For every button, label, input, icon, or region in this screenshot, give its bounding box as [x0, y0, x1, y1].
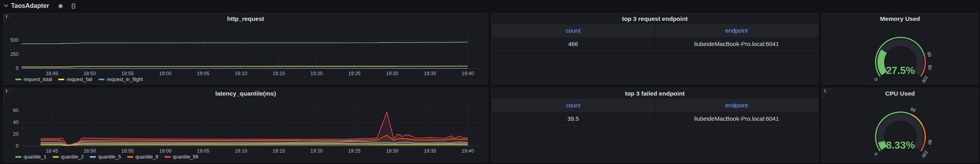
table-header-count[interactable]: count: [492, 99, 655, 112]
gauge-threshold-label: 80: [926, 52, 932, 57]
x-axis-tick-label: 19:35: [424, 148, 436, 154]
panel-title[interactable]: top 3 request endpoint: [492, 13, 818, 24]
panel-title[interactable]: top 3 failed endpoint: [492, 88, 818, 98]
panel-cpu-used: i CPU Used 060901008.33%: [822, 88, 978, 162]
dashboard: TaosAdapter i http_request 18:4518:5018:…: [0, 0, 980, 164]
legend-swatch: [98, 79, 104, 80]
gauge-threshold-label: 0: [873, 77, 879, 82]
legend-item-quantile_9[interactable]: quantile_9: [127, 154, 158, 160]
latency-quantile-chart[interactable]: 18:4518:5018:5519:0019:0519:1019:1519:20…: [4, 98, 488, 155]
table-cell: liubeideMacBook-Pro.local:6041: [655, 37, 818, 50]
gauge-value: 27.5%: [886, 64, 915, 76]
y-axis-tick-label: 0: [16, 66, 19, 71]
legend-item-quantile_1[interactable]: quantile_1: [15, 154, 46, 160]
x-axis-tick-label: 19:00: [159, 148, 171, 154]
dashboard-row-header: TaosAdapter: [0, 0, 76, 12]
x-axis-tick-label: 18:55: [121, 71, 134, 76]
legend-label: quantile_99: [173, 154, 199, 160]
legend-swatch: [58, 79, 64, 80]
y-axis-tick-label: 40: [13, 120, 19, 125]
memory-used-gauge: 0809010027.5%: [822, 24, 979, 84]
cpu-used-gauge: 060901008.33%: [822, 98, 979, 162]
trash-icon[interactable]: [71, 3, 76, 9]
gauge-threshold-label: 90: [927, 64, 933, 70]
x-axis-tick-label: 19:10: [235, 148, 247, 154]
request-endpoint-table: countendpoint466liubeideMacBook-Pro.loca…: [492, 24, 818, 51]
x-axis-tick-label: 19:30: [386, 71, 398, 76]
table-cell: 466: [492, 37, 655, 50]
table-row: 466liubeideMacBook-Pro.local:6041: [492, 37, 818, 51]
legend-label: quantile_2: [61, 154, 84, 160]
panel-title[interactable]: latency_quantile(ms): [4, 88, 488, 98]
legend-swatch: [15, 156, 21, 158]
row-title[interactable]: TaosAdapter: [11, 2, 49, 9]
table-header-row: countendpoint: [492, 99, 818, 112]
chevron-down-icon[interactable]: [4, 4, 8, 7]
legend-label: quantile_9: [135, 154, 158, 160]
latency-quantile-legend: quantile_1quantile_2quantile_5quantile_9…: [15, 154, 198, 160]
x-axis-tick-label: 18:50: [84, 71, 96, 76]
legend-swatch: [127, 156, 133, 158]
table-header-count[interactable]: count: [492, 24, 655, 37]
table-row: 39.5liubeideMacBook-Pro.local:6041: [492, 112, 818, 125]
y-axis-tick-label: 60: [13, 108, 19, 113]
x-axis-tick-label: 18:55: [121, 148, 134, 154]
gauge-threshold-label: 100: [921, 149, 929, 158]
x-axis-tick-label: 19:35: [424, 71, 436, 76]
gauge-value: 8.33%: [886, 139, 915, 151]
gauge-threshold-label: 90: [927, 139, 933, 145]
x-axis-tick-label: 19:40: [462, 148, 474, 154]
http-request-chart[interactable]: 18:4518:5018:5519:0019:0519:1019:1519:20…: [4, 24, 488, 77]
legend-swatch: [90, 156, 96, 158]
legend-swatch: [165, 156, 171, 158]
legend-label: request_total: [24, 77, 52, 82]
legend-label: quantile_1: [24, 154, 46, 160]
table-header-endpoint[interactable]: endpoint: [655, 99, 818, 112]
x-axis-tick-label: 19:05: [197, 71, 209, 76]
legend-item-quantile_5[interactable]: quantile_5: [90, 154, 121, 160]
series-request_fail: [22, 66, 468, 67]
x-axis-tick-label: 19:15: [273, 71, 285, 76]
legend-item-request_total[interactable]: request_total: [15, 77, 52, 82]
x-axis-tick-label: 19:20: [310, 148, 323, 154]
gear-icon[interactable]: [57, 3, 63, 9]
panel-latency-quantile: i latency_quantile(ms) 18:4518:5018:5519…: [3, 88, 488, 162]
panel-title[interactable]: CPU Used: [822, 88, 978, 98]
y-axis-tick-label: 0: [16, 143, 19, 149]
table-header-endpoint[interactable]: endpoint: [655, 24, 818, 37]
x-axis-tick-label: 19:10: [235, 71, 247, 76]
panel-title[interactable]: Memory Used: [822, 13, 978, 24]
x-axis-tick-label: 19:05: [197, 148, 209, 154]
y-axis-tick-label: 500: [10, 37, 19, 43]
legend-item-request_in_flight[interactable]: request_in_flight: [98, 77, 143, 82]
x-axis-tick-label: 19:25: [348, 71, 360, 76]
x-axis-tick-label: 19:20: [310, 71, 323, 76]
failed-endpoint-table: countendpoint39.5liubeideMacBook-Pro.loc…: [492, 99, 818, 125]
legend-swatch: [53, 156, 59, 158]
panel-memory-used: Memory Used 0809010027.5%: [822, 13, 978, 85]
panel-top3-request-endpoint: top 3 request endpoint countendpoint466l…: [491, 13, 819, 85]
http-request-legend: request_totalrequest_failrequest_in_flig…: [15, 77, 143, 82]
legend-label: request_in_flight: [107, 77, 143, 82]
panel-http-request: i http_request 18:4518:5018:5519:0019:05…: [3, 13, 488, 85]
y-axis-tick-label: 250: [10, 52, 19, 57]
x-axis-tick-label: 18:45: [46, 71, 58, 76]
x-axis-tick-label: 19:00: [159, 71, 171, 76]
x-axis-tick-label: 18:45: [46, 148, 58, 154]
legend-label: request_fail: [67, 77, 92, 82]
x-axis-tick-label: 19:30: [386, 148, 398, 154]
legend-label: quantile_5: [98, 154, 121, 160]
gauge-threshold-label: 100: [921, 75, 929, 84]
panel-title[interactable]: http_request: [4, 13, 488, 24]
series-request_total: [22, 42, 468, 44]
legend-item-quantile_99[interactable]: quantile_99: [165, 154, 199, 160]
table-header-row: countendpoint: [492, 24, 818, 37]
table-cell: liubeideMacBook-Pro.local:6041: [655, 112, 818, 125]
x-axis-tick-label: 19:15: [273, 148, 285, 154]
legend-item-request_fail[interactable]: request_fail: [58, 77, 92, 82]
gauge-threshold-label: 60: [910, 107, 917, 113]
table-cell: 39.5: [492, 112, 655, 125]
legend-item-quantile_2[interactable]: quantile_2: [53, 154, 84, 160]
x-axis-tick-label: 18:50: [84, 148, 96, 154]
legend-swatch: [15, 79, 21, 80]
